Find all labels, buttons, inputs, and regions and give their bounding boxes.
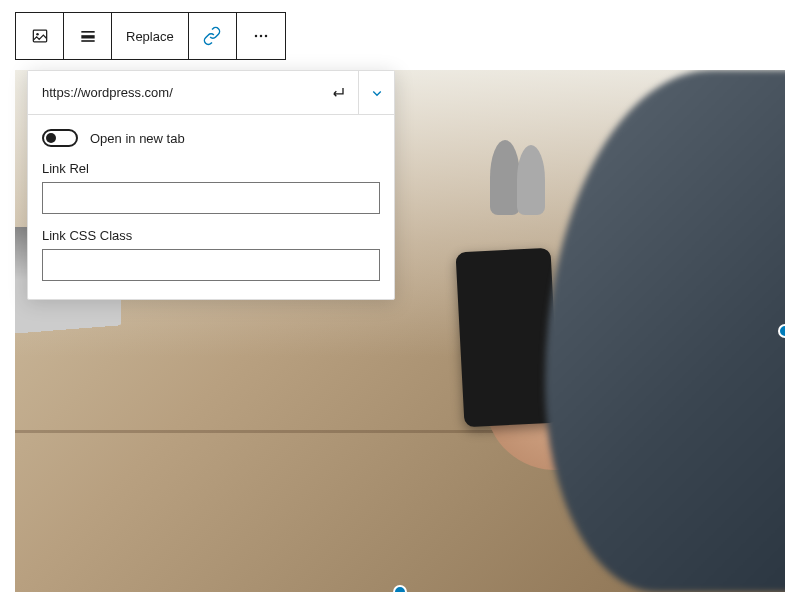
align-icon — [78, 26, 98, 46]
link-button[interactable] — [189, 13, 237, 59]
link-css-class-label: Link CSS Class — [42, 228, 380, 243]
toggle-knob — [46, 133, 56, 143]
svg-point-5 — [254, 35, 257, 38]
link-rel-field: Link Rel — [42, 161, 380, 214]
more-icon — [251, 26, 271, 46]
svg-point-1 — [36, 33, 39, 36]
link-settings-popover: Open in new tab Link Rel Link CSS Class — [27, 70, 395, 300]
chevron-down-icon — [368, 84, 386, 102]
image-content-person — [545, 70, 785, 592]
link-icon — [201, 25, 223, 47]
enter-icon — [328, 83, 348, 103]
image-icon — [30, 26, 50, 46]
link-css-class-input[interactable] — [42, 249, 380, 281]
url-input[interactable] — [28, 71, 318, 114]
link-css-class-field: Link CSS Class — [42, 228, 380, 281]
image-content-shaker — [490, 140, 520, 215]
align-button[interactable] — [64, 13, 112, 59]
image-content-phone — [455, 248, 559, 428]
svg-point-6 — [259, 35, 262, 38]
svg-point-7 — [264, 35, 267, 38]
block-type-button[interactable] — [16, 13, 64, 59]
image-content-shaker — [517, 145, 545, 215]
svg-rect-2 — [81, 31, 94, 33]
resize-handle-bottom[interactable] — [393, 585, 407, 592]
link-settings-toggle[interactable] — [358, 71, 394, 114]
open-new-tab-row: Open in new tab — [42, 129, 380, 147]
link-rel-label: Link Rel — [42, 161, 380, 176]
block-toolbar: Replace — [15, 12, 286, 60]
resize-handle-right[interactable] — [778, 324, 785, 338]
svg-rect-3 — [81, 35, 94, 38]
link-rel-input[interactable] — [42, 182, 380, 214]
more-options-button[interactable] — [237, 13, 285, 59]
link-settings-body: Open in new tab Link Rel Link CSS Class — [28, 115, 394, 299]
submit-url-button[interactable] — [318, 71, 358, 114]
open-new-tab-toggle[interactable] — [42, 129, 78, 147]
replace-button[interactable]: Replace — [112, 13, 189, 59]
url-input-row — [28, 71, 394, 115]
open-new-tab-label: Open in new tab — [90, 131, 185, 146]
svg-rect-4 — [81, 40, 94, 42]
